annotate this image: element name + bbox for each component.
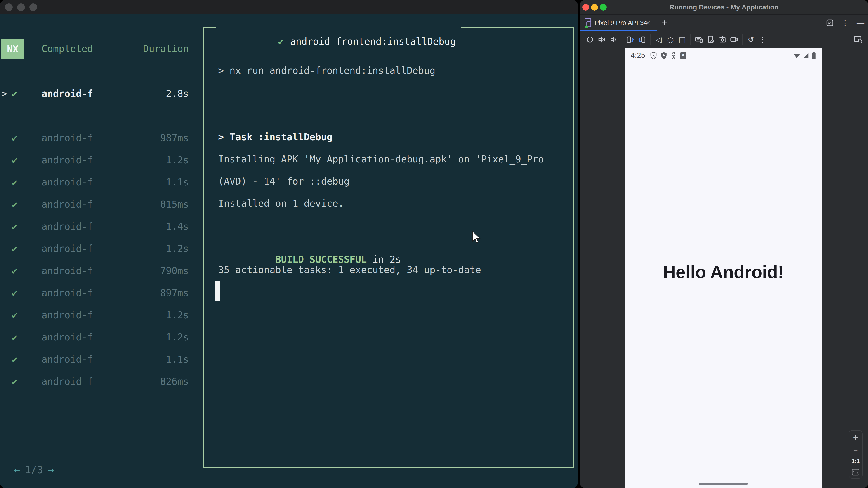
task-duration: 897ms bbox=[160, 282, 189, 304]
task-row[interactable]: ✔ android-f 1.2s bbox=[0, 237, 197, 260]
snippets-button[interactable] bbox=[693, 34, 705, 45]
display-zoom-icon[interactable] bbox=[852, 34, 864, 45]
task-row[interactable]: ✔ android-f 1.2s bbox=[0, 326, 197, 348]
status-time: 4:25 bbox=[631, 51, 645, 60]
window-title: Running Devices - My Application bbox=[580, 0, 868, 14]
maximize-window-button[interactable] bbox=[600, 4, 607, 11]
toolbar-separator bbox=[650, 34, 651, 45]
column-header-completed: Completed bbox=[41, 37, 93, 60]
emulator-panel: 4:25 bbox=[580, 48, 868, 488]
task-name: android-f bbox=[41, 215, 93, 237]
task-name: android-f bbox=[41, 193, 93, 215]
desktop: NX Completed Duration > ✔ android-f 2.8s… bbox=[0, 0, 868, 488]
task-row[interactable]: ✔ android-f 826ms bbox=[0, 370, 197, 392]
nx-tui: NX Completed Duration > ✔ android-f 2.8s… bbox=[0, 14, 578, 488]
task-row[interactable]: ✔ android-f 1.1s bbox=[0, 348, 197, 370]
statusbar-left-icons: A bbox=[650, 52, 686, 59]
task-duration: 1.2s bbox=[166, 237, 189, 260]
task-duration: 1.1s bbox=[166, 171, 189, 193]
actual-size-button[interactable]: 1:1 bbox=[851, 458, 860, 464]
statusbar-right-icons bbox=[794, 52, 816, 59]
zoom-out-button[interactable]: − bbox=[853, 447, 858, 454]
home-button[interactable]: ○ bbox=[664, 34, 676, 45]
hide-panel-icon[interactable]: — bbox=[857, 19, 864, 27]
task-name: android-f bbox=[41, 237, 93, 260]
selection-caret: > bbox=[1, 83, 7, 105]
more-options-icon[interactable]: ⋮ bbox=[841, 18, 849, 27]
app-notification-icon: A bbox=[680, 52, 686, 59]
task-output-panel: ✔android-frontend:installDebug > nx run … bbox=[203, 27, 574, 468]
next-page-arrow[interactable]: → bbox=[48, 464, 54, 476]
check-icon: ✔ bbox=[12, 127, 18, 149]
build-time-text: in 2s bbox=[367, 254, 401, 265]
new-tab-button[interactable]: + bbox=[659, 15, 671, 31]
check-icon: ✔ bbox=[12, 282, 18, 304]
power-button[interactable] bbox=[584, 34, 596, 45]
maximize-window-button[interactable] bbox=[29, 3, 37, 11]
device-settings-button[interactable] bbox=[705, 34, 717, 45]
phone-icon bbox=[584, 18, 593, 28]
task-row[interactable]: ✔ android-f 987ms bbox=[0, 127, 197, 149]
tab-close-icon[interactable]: × bbox=[646, 15, 650, 31]
task-row[interactable]: ✔ android-f 1.4s bbox=[0, 215, 197, 237]
screen-record-button[interactable] bbox=[728, 34, 740, 45]
task-row[interactable]: ✔ android-f 897ms bbox=[0, 282, 197, 304]
task-name: android-f bbox=[41, 260, 93, 282]
check-icon: ✔ bbox=[12, 215, 18, 237]
rotate-left-button[interactable] bbox=[624, 34, 636, 45]
task-row-selected[interactable]: > ✔ android-f 2.8s bbox=[0, 83, 197, 105]
prev-page-arrow[interactable]: ← bbox=[14, 464, 20, 476]
task-rows: ✔ android-f 987ms ✔ android-f 1.2s ✔ and… bbox=[0, 127, 197, 392]
check-icon: ✔ bbox=[12, 370, 18, 392]
studio-titlebar: Running Devices - My Application bbox=[580, 0, 868, 15]
pagination: ← 1/3 → bbox=[14, 459, 54, 481]
tab-pixel-9-pro[interactable]: Pixel 9 Pro API 34 × bbox=[580, 15, 657, 31]
overview-button[interactable]: □ bbox=[676, 34, 688, 45]
task-list-header: NX Completed Duration bbox=[0, 37, 197, 60]
fit-to-window-icon[interactable] bbox=[851, 468, 860, 476]
page-indicator: 1/3 bbox=[25, 464, 43, 476]
volume-down-button[interactable] bbox=[608, 34, 619, 45]
column-header-duration: Duration bbox=[143, 37, 189, 60]
toolbar-more-icon[interactable]: ⋮ bbox=[757, 34, 769, 45]
back-button[interactable]: ◁ bbox=[653, 34, 664, 45]
macos-titlebar bbox=[0, 0, 578, 14]
task-duration: 1.4s bbox=[166, 215, 189, 237]
tabbar-actions: ⋮ — bbox=[826, 15, 864, 31]
check-icon: ✔ bbox=[12, 304, 18, 326]
zoom-controls: + − 1:1 bbox=[848, 430, 863, 479]
volume-up-button[interactable] bbox=[596, 34, 608, 45]
output-panel-title: ✔android-frontend:installDebug bbox=[216, 20, 461, 34]
restart-button[interactable]: ↺ bbox=[745, 34, 757, 45]
close-window-button[interactable] bbox=[5, 3, 13, 11]
task-duration: 1.2s bbox=[166, 149, 189, 171]
task-duration: 1.1s bbox=[166, 348, 189, 370]
task-name: android-f bbox=[41, 171, 93, 193]
float-window-icon[interactable] bbox=[826, 19, 834, 27]
task-name: android-f bbox=[41, 370, 93, 392]
emulator-screen[interactable]: 4:25 bbox=[625, 48, 822, 488]
screenshot-button[interactable] bbox=[717, 34, 728, 45]
close-window-button[interactable] bbox=[582, 4, 589, 11]
task-name: android-f bbox=[41, 127, 93, 149]
task-row[interactable]: ✔ android-f 1.2s bbox=[0, 149, 197, 171]
minimize-window-button[interactable] bbox=[591, 4, 598, 11]
vpn-shield-icon bbox=[650, 52, 657, 59]
check-icon: ✔ bbox=[12, 171, 18, 193]
gesture-navigation-bar[interactable] bbox=[699, 483, 748, 485]
task-row[interactable]: ✔ android-f 1.1s bbox=[0, 171, 197, 193]
minimize-window-button[interactable] bbox=[17, 3, 25, 11]
nx-terminal-window: NX Completed Duration > ✔ android-f 2.8s… bbox=[0, 0, 578, 488]
task-duration: 2.8s bbox=[166, 83, 189, 105]
task-row[interactable]: ✔ android-f 815ms bbox=[0, 193, 197, 215]
task-name: android-f bbox=[41, 149, 93, 171]
check-icon: ✔ bbox=[12, 348, 18, 370]
task-row[interactable]: ✔ android-f 1.2s bbox=[0, 304, 197, 326]
zoom-in-button[interactable]: + bbox=[853, 433, 858, 442]
rotate-right-button[interactable] bbox=[636, 34, 648, 45]
tab-label: Pixel 9 Pro API 34 bbox=[594, 15, 647, 31]
task-row[interactable]: ✔ android-f 790ms bbox=[0, 260, 197, 282]
device-tabbar: Pixel 9 Pro API 34 × + ⋮ — bbox=[580, 15, 868, 31]
task-duration: 790ms bbox=[160, 260, 189, 282]
task-name: android-f bbox=[41, 304, 93, 326]
